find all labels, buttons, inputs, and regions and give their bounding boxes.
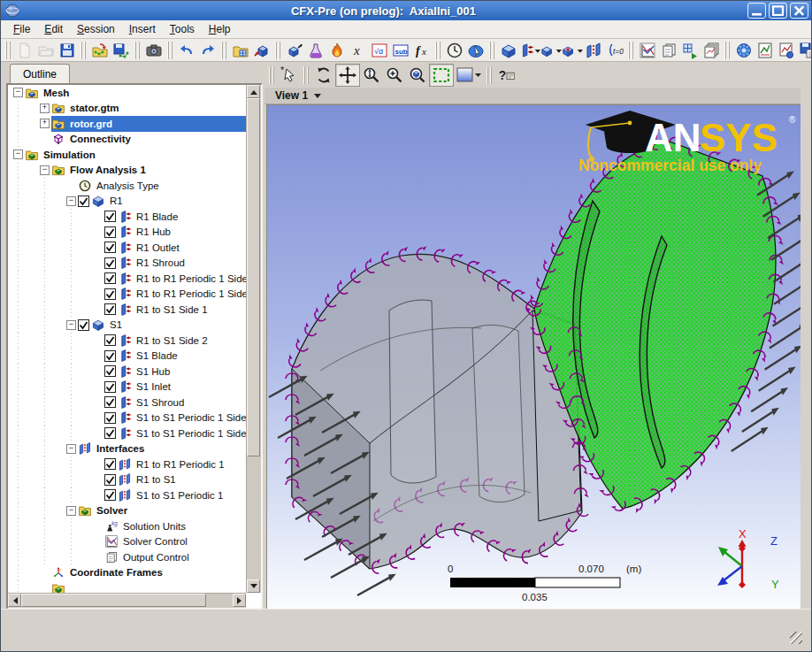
tree-item-body[interactable]: Flow Analysis 1 bbox=[51, 163, 246, 179]
subdomain-button[interactable] bbox=[540, 41, 562, 60]
material-button[interactable] bbox=[305, 41, 326, 60]
checkbox-checked[interactable] bbox=[104, 381, 116, 393]
tree-item-r1-to-s1-side-1[interactable]: R1 to S1 Side 1 bbox=[8, 302, 246, 318]
tree-item-s1-inlet[interactable]: S1 Inlet bbox=[8, 380, 246, 395]
expand-expander[interactable]: + bbox=[40, 119, 50, 128]
viewport-help-button[interactable]: ? bbox=[495, 65, 518, 86]
run-monitor-button[interactable] bbox=[776, 41, 797, 60]
view-results-button[interactable] bbox=[755, 41, 776, 60]
tree-item-partial[interactable] bbox=[8, 580, 246, 593]
tree-item-s1-to-s1-periodic-1[interactable]: S1 to S1 Periodic 1 bbox=[8, 487, 246, 503]
domain-button[interactable] bbox=[498, 41, 519, 60]
checkbox-checked[interactable] bbox=[104, 396, 116, 408]
tree-item-body[interactable]: Interfaces bbox=[78, 441, 246, 457]
tree-item-r1-to-s1[interactable]: R1 to S1 bbox=[8, 472, 246, 488]
interface-button[interactable] bbox=[583, 41, 604, 60]
tree-item-body[interactable]: R1 Shroud bbox=[104, 256, 246, 272]
collapse-expander[interactable]: − bbox=[66, 196, 76, 206]
boundary-button[interactable] bbox=[519, 41, 540, 60]
import-ccl-button[interactable] bbox=[89, 41, 111, 60]
menu-tools[interactable]: Tools bbox=[163, 21, 202, 37]
tree-item-r1-to-r1-periodic-1-side-2[interactable]: R1 to R1 Periodic 1 Side 2 bbox=[8, 287, 246, 303]
tree-item-body[interactable]: S1 Blade bbox=[104, 349, 246, 364]
scroll-up-button[interactable] bbox=[247, 85, 260, 98]
reaction-button[interactable] bbox=[326, 41, 348, 60]
export-ccl-button[interactable] bbox=[111, 41, 132, 60]
tree-item-r1-blade[interactable]: R1 Blade bbox=[8, 209, 246, 225]
tree-item-s1-hub[interactable]: S1 Hub bbox=[8, 364, 246, 380]
tree-item-body[interactable]: Solver bbox=[78, 503, 246, 519]
tree-item-connectivity[interactable]: Connectivity bbox=[8, 132, 246, 148]
tree-item-body[interactable]: R1 to R1 Periodic 1 Side 1 bbox=[104, 271, 246, 287]
collapse-expander[interactable]: − bbox=[13, 88, 23, 97]
source-point-button[interactable] bbox=[562, 41, 583, 60]
menu-session[interactable]: Session bbox=[70, 21, 122, 37]
tree-item-body[interactable]: S1 to S1 Periodic 1 Side 2 bbox=[104, 426, 246, 441]
tree-item-r1-to-r1-periodic-1[interactable]: R1 to R1 Periodic 1 bbox=[8, 456, 246, 472]
tree-item-s1-shroud[interactable]: S1 Shroud bbox=[8, 395, 246, 410]
checkbox-checked[interactable] bbox=[104, 412, 116, 424]
tree-horizontal-scrollbar[interactable] bbox=[8, 593, 246, 608]
tree-item-body[interactable]: S1 Hub bbox=[104, 364, 246, 380]
global-initialization-button[interactable]: t=0 bbox=[604, 41, 625, 60]
tree-item-body[interactable]: rotor.grd bbox=[51, 116, 246, 132]
collapse-expander[interactable]: − bbox=[40, 165, 50, 175]
checkbox-checked[interactable] bbox=[104, 365, 116, 377]
tree-item-r1[interactable]: −R1 bbox=[8, 194, 246, 210]
transform-mesh-button[interactable] bbox=[251, 41, 272, 60]
tree-item-r1-hub[interactable]: R1 Hub bbox=[8, 225, 246, 241]
tree-item-body[interactable]: Output Control bbox=[104, 549, 246, 565]
tree-vertical-scrollbar[interactable] bbox=[246, 85, 261, 593]
tree-item-body[interactable]: R1 Blade bbox=[104, 209, 246, 225]
zoom-button[interactable] bbox=[360, 65, 383, 86]
title-bar[interactable]: CFX-Pre (on prelog): AxialIni_001 bbox=[1, 1, 811, 20]
solver-control-button[interactable] bbox=[637, 41, 658, 60]
scroll-down-button[interactable] bbox=[247, 579, 260, 593]
checkbox-checked[interactable] bbox=[104, 226, 116, 238]
zoom-in-button[interactable] bbox=[383, 65, 406, 86]
configurations-button[interactable] bbox=[701, 41, 722, 60]
define-run-button[interactable] bbox=[733, 41, 755, 60]
scroll-right-button[interactable] bbox=[233, 594, 246, 607]
tab-outline[interactable]: Outline bbox=[10, 64, 70, 84]
tree-item-analysis-type[interactable]: Analysis Type bbox=[8, 178, 246, 194]
quick-setup-button[interactable] bbox=[465, 41, 486, 60]
pan-button[interactable] bbox=[335, 64, 360, 87]
tree-item-solver[interactable]: −Solver bbox=[8, 503, 246, 519]
checkbox-checked[interactable] bbox=[78, 319, 89, 331]
pick-button[interactable]: * bbox=[278, 65, 301, 86]
checkbox-checked[interactable] bbox=[104, 489, 116, 501]
menu-help[interactable]: Help bbox=[202, 21, 238, 37]
collapse-expander[interactable]: − bbox=[66, 506, 76, 516]
tree-item-solver-control[interactable]: Solver Control bbox=[8, 534, 246, 550]
tree-item-body[interactable]: R1 bbox=[78, 194, 246, 210]
tree-item-body[interactable] bbox=[51, 580, 246, 593]
rotate-button[interactable] bbox=[312, 65, 335, 86]
tree-item-body[interactable]: R1 to S1 Side 1 bbox=[104, 302, 246, 318]
tree-item-s1-to-s1-periodic-1-side-1[interactable]: S1 to S1 Periodic 1 Side 1 bbox=[8, 410, 246, 426]
redo-button[interactable] bbox=[197, 41, 218, 60]
collapse-expander[interactable]: − bbox=[66, 444, 76, 454]
save-button[interactable] bbox=[57, 41, 78, 60]
expression-button[interactable]: x bbox=[348, 41, 369, 60]
checkbox-checked[interactable] bbox=[104, 257, 116, 269]
tree-item-body[interactable]: R1 to S1 bbox=[104, 472, 246, 488]
checkbox-checked[interactable] bbox=[104, 350, 116, 362]
tree-item-stator-gtm[interactable]: +stator.gtm bbox=[8, 101, 246, 117]
checkbox-checked[interactable] bbox=[104, 427, 116, 439]
window-resize-grip[interactable] bbox=[790, 632, 802, 644]
tree-item-body[interactable]: Mesh bbox=[25, 85, 246, 101]
viewer-3d-canvas[interactable]: AN SYS ® Noncommercial use only 0 0.070 … bbox=[266, 104, 802, 611]
tree-item-body[interactable]: Simulation bbox=[25, 147, 246, 163]
analysis-type-button[interactable] bbox=[444, 41, 465, 60]
view-tab-row[interactable]: View 1 bbox=[264, 88, 809, 104]
tree-item-body[interactable]: S1 to S1 Periodic 1 bbox=[104, 487, 246, 503]
tree-item-r1-outlet[interactable]: R1 Outlet bbox=[8, 240, 246, 256]
tree-item-body[interactable]: S1 Shroud bbox=[104, 395, 246, 410]
tree-item-interfaces[interactable]: −Interfaces bbox=[8, 441, 246, 457]
checkbox-checked[interactable] bbox=[104, 288, 116, 300]
tree-item-body[interactable]: R1 Outlet bbox=[104, 240, 246, 256]
scroll-left-button[interactable] bbox=[8, 594, 21, 607]
tree-item-body[interactable]: Coordinate Frames bbox=[51, 565, 246, 581]
tree-item-mesh[interactable]: −Mesh bbox=[8, 85, 246, 101]
